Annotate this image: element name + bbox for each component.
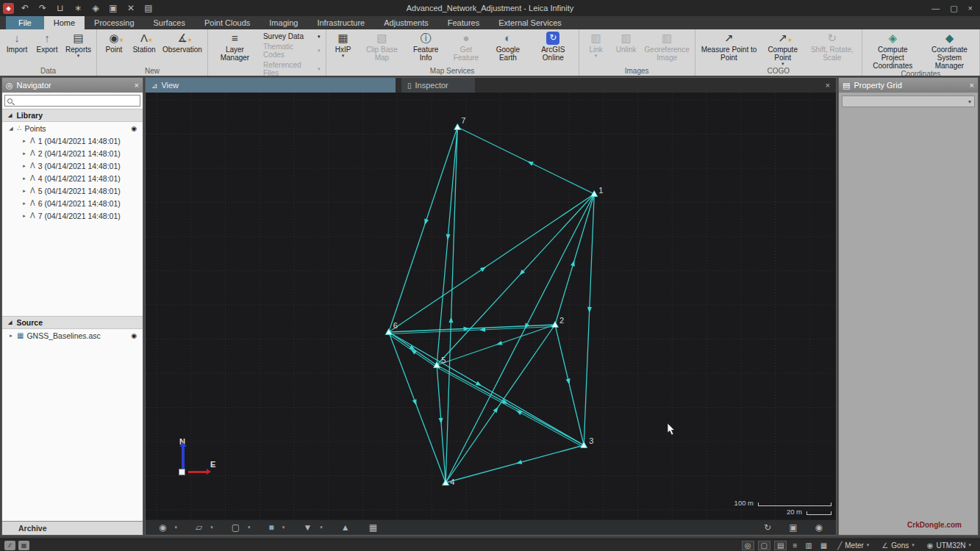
- ribbon-menu-survey-data[interactable]: Survey Data▾: [262, 32, 322, 40]
- ribbon-tab-imaging[interactable]: Imaging: [260, 16, 307, 29]
- tree-item-point[interactable]: ▸Λ7 (04/14/2021 14:48:01): [2, 209, 143, 222]
- undo-icon[interactable]: ↶: [18, 2, 32, 14]
- render-mode-icon[interactable]: ◉: [156, 522, 169, 533]
- tree-item-point[interactable]: ▸Λ2 (04/14/2021 14:48:01): [2, 147, 143, 159]
- ribbon-button-measure-point-to-point[interactable]: ↗Measure Point to Point: [698, 30, 761, 62]
- prism-icon[interactable]: ▱: [193, 522, 205, 533]
- ribbon-button-google-earth[interactable]: ◐Google Earth: [487, 30, 529, 62]
- tree-item-points[interactable]: ◢∴Points◉: [2, 122, 143, 134]
- expand-arrow-icon[interactable]: ▸: [21, 163, 27, 169]
- ribbon-tab-processing[interactable]: Processing: [85, 16, 143, 29]
- ribbon-button-layer-manager[interactable]: ≡Layer Manager: [210, 30, 260, 62]
- ruler-toggle-icon[interactable]: ▥: [803, 541, 814, 550]
- archive-bar[interactable]: Archive: [2, 521, 143, 535]
- ribbon-tab-point-clouds[interactable]: Point Clouds: [195, 16, 260, 29]
- tree-item-source-file[interactable]: ▸▦GNSS_Baselines.asc◉: [2, 329, 143, 342]
- tree-item-point[interactable]: ▸Λ4 (04/14/2021 14:48:01): [2, 172, 143, 184]
- chevron-down-icon[interactable]: ▾: [280, 525, 287, 530]
- source-section-header[interactable]: ◢ Source: [2, 316, 143, 329]
- ribbon-button-coordinate-system-manager[interactable]: ◆Coordinate System Manager: [922, 30, 977, 70]
- ribbon-tab-external-services[interactable]: External Services: [489, 16, 571, 29]
- ribbon-tab-file[interactable]: File: [6, 16, 44, 29]
- tree-item-point[interactable]: ▸Λ1 (04/14/2021 14:48:01): [2, 134, 143, 147]
- visibility-eye-icon[interactable]: ◉: [131, 125, 137, 132]
- ribbon-button-arcgis-online[interactable]: ↻ArcGIS Online: [530, 30, 576, 62]
- ribbon-button-point[interactable]: ◉★Point: [99, 30, 129, 54]
- angle-unit-dropdown[interactable]: ∠Gons▾: [877, 541, 918, 550]
- expand-arrow-icon[interactable]: ▸: [21, 188, 27, 194]
- property-grid-toggle-icon[interactable]: ▤: [774, 541, 787, 550]
- delete-icon[interactable]: ⊔: [54, 2, 67, 14]
- coordinate-system-dropdown[interactable]: ◉UTM32N▾: [923, 541, 976, 550]
- map-canvas[interactable]: 7126534 N E 100 m20 m: [146, 93, 836, 519]
- refresh-icon[interactable]: ∗: [71, 2, 85, 14]
- ribbon-tab-infrastructure[interactable]: Infrastructure: [307, 16, 374, 29]
- snapshot-icon[interactable]: ▦: [18, 541, 29, 550]
- app-logo-icon[interactable]: ◆: [3, 3, 14, 14]
- chevron-down-icon[interactable]: ▾: [208, 525, 215, 530]
- search-input[interactable]: [15, 96, 137, 106]
- sketch-icon[interactable]: ∕∕: [4, 541, 15, 550]
- restore-button[interactable]: ▢: [950, 4, 957, 13]
- document-tab-view[interactable]: ⊿View: [146, 78, 396, 93]
- redo-icon[interactable]: ↷: [36, 2, 49, 14]
- ribbon-tab-adjustments[interactable]: Adjustments: [374, 16, 438, 29]
- ribbon-button-feature-info[interactable]: ⓘFeature Info: [406, 30, 446, 62]
- layout-icon[interactable]: ▤: [142, 2, 155, 14]
- ribbon-button-reports[interactable]: ▤Reports▾: [62, 30, 94, 58]
- search-box[interactable]: [4, 95, 140, 107]
- ribbon-button-import[interactable]: ↓Import: [2, 30, 32, 54]
- wireframe-cube-icon[interactable]: ▢: [229, 522, 243, 533]
- library-section-header[interactable]: ◢ Library: [2, 109, 143, 122]
- chevron-down-icon[interactable]: ▾: [172, 525, 179, 530]
- chevron-down-icon[interactable]: ▾: [318, 525, 325, 530]
- solid-cube-icon[interactable]: ■: [266, 522, 277, 533]
- network-node[interactable]: [591, 191, 598, 197]
- layers-toggle-icon[interactable]: ≡: [790, 541, 799, 550]
- property-grid-combobox[interactable]: ▾: [842, 96, 975, 107]
- expand-arrow-icon[interactable]: ▸: [21, 213, 27, 219]
- ribbon-button-export[interactable]: ↑Export: [32, 30, 62, 54]
- minimize-button[interactable]: —: [931, 4, 940, 13]
- tree-item-point[interactable]: ▸Λ6 (04/14/2021 14:48:01): [2, 197, 143, 209]
- close-button[interactable]: ×: [968, 4, 973, 13]
- chevron-down-icon[interactable]: ▾: [246, 525, 253, 530]
- zoom-extents-icon[interactable]: ▣: [786, 522, 800, 533]
- media-toggle-icon[interactable]: ▦: [818, 541, 829, 550]
- grid-toggle-icon[interactable]: ▦: [366, 522, 380, 533]
- document-tab-inspector[interactable]: ▯Inspector: [401, 78, 475, 93]
- collapse-triangle-icon[interactable]: ◢: [8, 320, 12, 325]
- network-node[interactable]: [581, 442, 587, 448]
- ribbon-button-hxip[interactable]: ▦HxIP▾: [329, 30, 358, 58]
- inspector-toggle-icon[interactable]: ▢: [758, 541, 770, 550]
- tree-item-point[interactable]: ▸Λ3 (04/14/2021 14:48:01): [2, 159, 143, 172]
- ribbon-button-compute-project-coordinates[interactable]: ◈Compute Project Coordinates: [865, 30, 921, 70]
- ribbon-button-compute-point[interactable]: ↗★Compute Point▾: [761, 30, 804, 66]
- tools-icon[interactable]: ✕: [124, 2, 137, 14]
- document-tab-close-icon[interactable]: ×: [820, 81, 836, 90]
- globe-view-icon[interactable]: ◉: [812, 522, 826, 533]
- property-grid-close-icon[interactable]: ×: [970, 81, 974, 90]
- ribbon-button-station[interactable]: Λ★Station: [129, 30, 159, 54]
- expand-arrow-icon[interactable]: ▸: [21, 176, 27, 181]
- send-icon[interactable]: ◈: [89, 2, 102, 14]
- expand-arrow-icon[interactable]: ▸: [21, 201, 27, 206]
- tree-item-point[interactable]: ▸Λ5 (04/14/2021 14:48:01): [2, 184, 143, 197]
- network-node[interactable]: [454, 124, 461, 130]
- ribbon-tab-home[interactable]: Home: [44, 16, 85, 29]
- expand-arrow-icon[interactable]: ◢: [8, 126, 14, 132]
- filter-icon[interactable]: ▼: [300, 522, 315, 533]
- terrain-icon[interactable]: ▲: [338, 522, 353, 533]
- ribbon-tab-surfaces[interactable]: Surfaces: [144, 16, 195, 29]
- visibility-eye-icon[interactable]: ◉: [131, 332, 137, 339]
- expand-arrow-icon[interactable]: ▸: [21, 151, 27, 156]
- navigator-toggle-icon[interactable]: ◎: [742, 541, 754, 550]
- distance-unit-dropdown[interactable]: ╱Meter▾: [833, 541, 873, 550]
- archive-box-icon[interactable]: ▣: [107, 2, 120, 14]
- expand-arrow-icon[interactable]: ▸: [8, 333, 14, 339]
- ribbon-tab-features[interactable]: Features: [438, 16, 489, 29]
- expand-arrow-icon[interactable]: ▸: [21, 138, 27, 144]
- ribbon-button-observation[interactable]: ∡★Observation: [160, 30, 205, 54]
- rotate-view-icon[interactable]: ↻: [761, 522, 774, 533]
- navigator-close-icon[interactable]: ×: [135, 81, 139, 90]
